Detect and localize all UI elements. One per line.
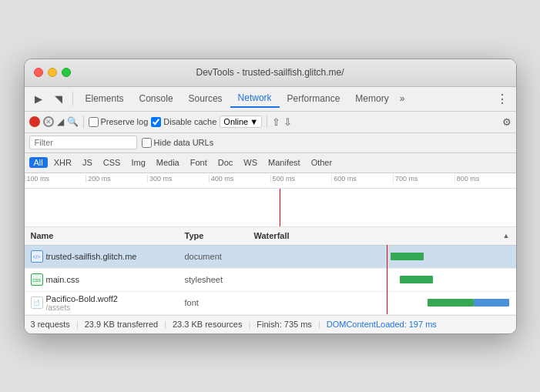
more-tabs-icon[interactable]: » [397, 92, 408, 106]
html-icon: </> [31, 250, 43, 263]
tab-elements[interactable]: Elements [78, 90, 132, 107]
col-type: Type [185, 231, 254, 240]
table-header: Name Type Waterfall ▲ [25, 227, 516, 246]
menu-icon[interactable]: ⋮ [493, 92, 511, 106]
preserve-log-label[interactable]: Preserve log [89, 117, 149, 127]
close-button[interactable] [34, 68, 43, 77]
filter-bar: Hide data URLs [25, 133, 516, 153]
dom-loaded: DOMContentLoaded: 197 ms [327, 320, 437, 329]
throttle-select[interactable]: Online ▼ [220, 116, 262, 128]
filter-ws[interactable]: WS [239, 157, 262, 168]
sep3: | [248, 320, 250, 329]
row-waterfall-1 [254, 251, 510, 262]
row-type-1: document [185, 252, 254, 261]
hide-data-urls-checkbox[interactable] [142, 138, 152, 148]
tick-400ms: 400 ms [209, 175, 270, 183]
toolbar2-separator2 [267, 116, 267, 128]
filter-all[interactable]: All [29, 157, 48, 168]
minimize-button[interactable] [48, 68, 57, 77]
row-type-3: font [185, 298, 254, 307]
sep4: | [318, 320, 320, 329]
disable-cache-checkbox[interactable] [151, 117, 161, 127]
hide-data-urls-label[interactable]: Hide data URLs [142, 138, 214, 148]
row-name-3: 📄 Pacifico-Bold.woff2 /assets [31, 294, 185, 312]
red-line-row2 [387, 268, 387, 291]
traffic-lights [34, 68, 71, 77]
waterfall-bar-green [428, 299, 474, 307]
sort-arrow-icon: ▲ [503, 232, 510, 240]
row-waterfall-2 [254, 274, 510, 285]
record-button[interactable] [29, 116, 40, 127]
table-row[interactable]: css main.css stylesheet [25, 269, 516, 292]
requests-count: 3 requests [31, 320, 70, 329]
preserve-log-checkbox[interactable] [89, 117, 99, 127]
row-name-1: </> trusted-sailfish.glitch.me [31, 250, 185, 263]
tick-600ms: 600 ms [331, 175, 393, 183]
nav-tabs: Elements Console Sources Network Perform… [78, 89, 491, 108]
window-title: DevTools - trusted-sailfish.glitch.me/ [196, 67, 344, 78]
col-waterfall: Waterfall ▲ [254, 231, 510, 240]
tab-console[interactable]: Console [132, 90, 181, 107]
css-icon: css [31, 273, 43, 286]
status-bar: 3 requests | 23.9 KB transferred | 23.3 … [25, 315, 516, 333]
timeline-area: 100 ms 200 ms 300 ms 400 ms 500 ms 600 m… [25, 173, 516, 227]
tab-sources[interactable]: Sources [181, 90, 230, 107]
filter-doc[interactable]: Doc [213, 157, 238, 168]
disable-cache-label[interactable]: Disable cache [151, 117, 216, 127]
sep2: | [164, 320, 166, 329]
tab-performance[interactable]: Performance [280, 90, 348, 107]
import-icon[interactable]: ⇧ [272, 116, 280, 128]
resources-size: 23.3 KB resources [173, 320, 243, 329]
waterfall-bar-green [400, 276, 433, 283]
waterfall-bar-green [391, 253, 424, 260]
mobile-icon[interactable]: ◥ [49, 89, 68, 108]
transferred-size: 23.9 KB transferred [85, 320, 158, 329]
clear-button[interactable]: ✕ [43, 116, 54, 127]
table-row[interactable]: </> trusted-sailfish.glitch.me document [25, 246, 516, 269]
tab-memory[interactable]: Memory [347, 90, 396, 107]
tick-200ms: 200 ms [86, 175, 147, 183]
tick-800ms: 800 ms [454, 175, 516, 183]
timeline-ruler: 100 ms 200 ms 300 ms 400 ms 500 ms 600 m… [25, 173, 516, 189]
filter-icon[interactable]: ◢ [57, 116, 64, 127]
sep1: | [76, 320, 79, 329]
col-name: Name [31, 231, 185, 240]
filter-media[interactable]: Media [152, 157, 184, 168]
type-filters: All XHR JS CSS Img Media Font Doc WS Man… [25, 153, 516, 173]
titlebar: DevTools - trusted-sailfish.glitch.me/ [25, 59, 516, 87]
row-waterfall-3 [254, 297, 510, 308]
tick-500ms: 500 ms [270, 175, 332, 183]
filter-js[interactable]: JS [78, 157, 97, 168]
red-line-row1 [387, 245, 387, 268]
devtools-window: DevTools - trusted-sailfish.glitch.me/ ▶… [24, 59, 517, 334]
tick-700ms: 700 ms [393, 175, 454, 183]
filter-input[interactable] [29, 136, 137, 149]
settings-icon[interactable]: ⚙ [502, 116, 511, 128]
tab-network[interactable]: Network [230, 89, 280, 108]
table-row[interactable]: 📄 Pacifico-Bold.woff2 /assets font [25, 292, 516, 315]
filter-xhr[interactable]: XHR [49, 157, 76, 168]
filter-manifest[interactable]: Manifest [263, 157, 305, 168]
search-icon[interactable]: 🔍 [67, 116, 79, 127]
red-line-row3 [387, 291, 387, 314]
maximize-button[interactable] [62, 68, 71, 77]
filter-img[interactable]: Img [126, 157, 149, 168]
filter-other[interactable]: Other [307, 157, 337, 168]
row-type-2: stylesheet [185, 275, 254, 284]
file-icon: 📄 [31, 297, 43, 309]
toolbar-separator [72, 92, 73, 106]
chevron-down-icon: ▼ [250, 117, 258, 126]
nav-toolbar: ▶ ◥ Elements Console Sources Network Per… [25, 87, 516, 112]
red-line-timeline [280, 189, 280, 227]
network-toolbar: ✕ ◢ 🔍 Preserve log Disable cache Online … [25, 112, 516, 133]
row-name-2: css main.css [31, 273, 185, 286]
filter-font[interactable]: Font [186, 157, 212, 168]
toolbar2-separator [83, 116, 84, 128]
cursor-icon[interactable]: ▶ [29, 89, 48, 108]
tick-100ms: 100 ms [25, 175, 86, 183]
waterfall-bar-blue [474, 299, 509, 307]
timeline-content [25, 189, 516, 227]
export-icon[interactable]: ⇩ [283, 116, 292, 128]
filter-css[interactable]: CSS [99, 157, 126, 168]
main-table: Name Type Waterfall ▲ </> trusted-sailfi… [25, 227, 516, 315]
